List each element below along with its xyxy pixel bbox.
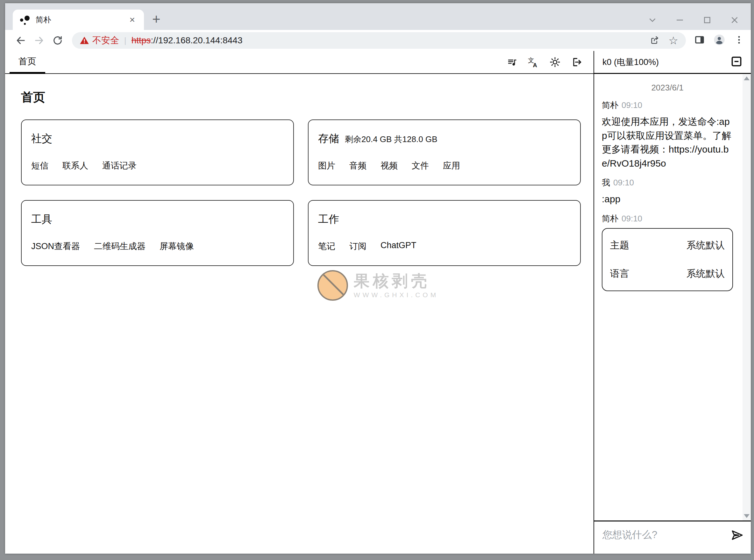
category-card: 工作笔记订阅ChatGPT (308, 200, 581, 266)
message-text: :app (602, 192, 733, 206)
card-link[interactable]: 文件 (412, 160, 429, 172)
card-link[interactable]: ChatGPT (381, 240, 416, 252)
chat-date: 2023/6/1 (602, 83, 733, 93)
card-title: 工作 (318, 212, 339, 226)
main-content: 首页 社交短信联系人通话记录存储剩余20.4 GB 共128.0 GB图片音频视… (5, 74, 593, 554)
card-grid: 社交短信联系人通话记录存储剩余20.4 GB 共128.0 GB图片音频视频文件… (21, 119, 581, 266)
settings-menu-row[interactable]: 主题系统默认 (610, 231, 725, 260)
chat-header: k0 (电量100%) (594, 51, 751, 74)
card-link[interactable]: 联系人 (62, 160, 88, 172)
scroll-down-icon[interactable] (744, 514, 750, 518)
category-card: 存储剩余20.4 GB 共128.0 GB图片音频视频文件应用 (308, 119, 581, 185)
new-tab-button[interactable]: + (152, 12, 161, 26)
card-title: 工具 (31, 212, 52, 226)
bookmark-star-icon[interactable]: ☆ (669, 35, 678, 46)
side-panel-icon[interactable] (694, 34, 705, 46)
card-link[interactable]: 视频 (381, 160, 398, 172)
tab-strip: 简朴 × + (5, 3, 751, 30)
page-title: 首页 (21, 89, 581, 105)
window-maximize-icon[interactable] (702, 15, 713, 25)
setting-value: 系统默认 (687, 267, 725, 280)
card-subtitle: 剩余20.4 GB 共128.0 GB (345, 134, 437, 145)
back-icon[interactable] (15, 35, 26, 46)
warning-triangle-icon (80, 36, 89, 45)
card-link[interactable]: JSON查看器 (31, 240, 80, 252)
setting-label: 主题 (610, 239, 629, 252)
card-link[interactable]: 订阅 (349, 240, 366, 252)
not-secure-label: 不安全 (92, 34, 119, 46)
message-sender: 简朴 (602, 100, 618, 110)
address-separator: | (124, 36, 126, 45)
card-link[interactable]: 通话记录 (102, 160, 137, 172)
settings-menu-row[interactable]: 语言系统默认 (610, 260, 725, 288)
logout-icon[interactable] (571, 57, 582, 67)
scroll-up-icon[interactable] (744, 77, 750, 80)
reload-icon[interactable] (52, 35, 63, 46)
app-area: 首页 文A 首页 社交短信 (5, 51, 751, 554)
browser-tab[interactable]: 简朴 × (13, 9, 144, 30)
message-meta: 简朴09:10 (602, 100, 733, 111)
message-time: 09:10 (621, 214, 642, 223)
collapse-panel-icon[interactable] (730, 56, 742, 69)
brightness-sun-icon[interactable] (550, 57, 561, 67)
device-status-label: k0 (电量100%) (603, 56, 659, 68)
setting-value: 系统默认 (687, 239, 725, 252)
message-time: 09:10 (613, 178, 634, 187)
svg-text:A: A (533, 62, 537, 67)
main-panel: 首页 文A 首页 社交短信 (5, 51, 594, 554)
share-icon[interactable] (650, 35, 660, 45)
card-link[interactable]: 笔记 (318, 240, 335, 252)
chat-panel: k0 (电量100%) 2023/6/1 简朴09:10欢迎使用本应用，发送命令… (594, 51, 751, 554)
url-scheme: https (131, 35, 151, 45)
message-text: 欢迎使用本应用，发送命令:app可以获取应用设置菜单。了解更多请看视频：http… (602, 115, 733, 170)
card-link[interactable]: 短信 (31, 160, 48, 172)
card-link[interactable]: 应用 (443, 160, 460, 172)
category-card: 社交短信联系人通话记录 (21, 119, 294, 185)
card-link[interactable]: 图片 (318, 160, 335, 172)
send-icon[interactable] (730, 528, 744, 543)
menu-kebab-icon[interactable] (734, 34, 745, 46)
chat-input-bar (594, 520, 751, 554)
card-link[interactable]: 屏幕镜像 (160, 240, 194, 252)
tab-close-icon[interactable]: × (127, 14, 137, 25)
site-favicon-icon (20, 14, 30, 25)
forward-icon[interactable] (34, 35, 45, 46)
tab-home[interactable]: 首页 (9, 51, 45, 74)
chat-message-input[interactable] (603, 527, 728, 541)
browser-toolbar: 不安全 | https ://192.168.20.144:8443 ☆ (5, 30, 751, 51)
profile-avatar-icon[interactable] (713, 34, 725, 47)
card-title: 社交 (31, 132, 52, 146)
chat-scrollbar[interactable] (742, 74, 751, 520)
window-minimize-icon[interactable] (674, 15, 685, 25)
browser-window: 简朴 × + (5, 3, 751, 554)
url-host: ://192.168.20.144:8443 (150, 35, 645, 45)
card-link[interactable]: 二维码生成器 (94, 240, 145, 252)
window-restore-down-icon[interactable] (647, 15, 658, 25)
translate-icon[interactable]: 文A (528, 57, 539, 67)
setting-label: 语言 (610, 267, 629, 280)
message-sender: 简朴 (602, 214, 618, 223)
category-card: 工具JSON查看器二维码生成器屏幕镜像 (21, 200, 294, 266)
settings-menu-card: 主题系统默认语言系统默认 (602, 228, 733, 291)
chat-message-list[interactable]: 2023/6/1 简朴09:10欢迎使用本应用，发送命令:app可以获取应用设置… (594, 74, 751, 520)
card-link[interactable]: 音频 (349, 160, 366, 172)
message-time: 09:10 (621, 100, 642, 110)
card-title: 存储 (318, 132, 339, 146)
tab-title: 简朴 (36, 15, 127, 25)
address-bar[interactable]: 不安全 | https ://192.168.20.144:8443 ☆ (72, 32, 686, 49)
playlist-music-icon[interactable] (507, 57, 517, 67)
message-sender: 我 (602, 178, 610, 187)
app-header: 首页 文A (5, 51, 593, 74)
message-meta: 我09:10 (602, 177, 733, 188)
message-meta: 简朴09:10 (602, 213, 733, 224)
window-close-icon[interactable] (729, 15, 740, 25)
security-warning[interactable]: 不安全 (80, 34, 119, 46)
